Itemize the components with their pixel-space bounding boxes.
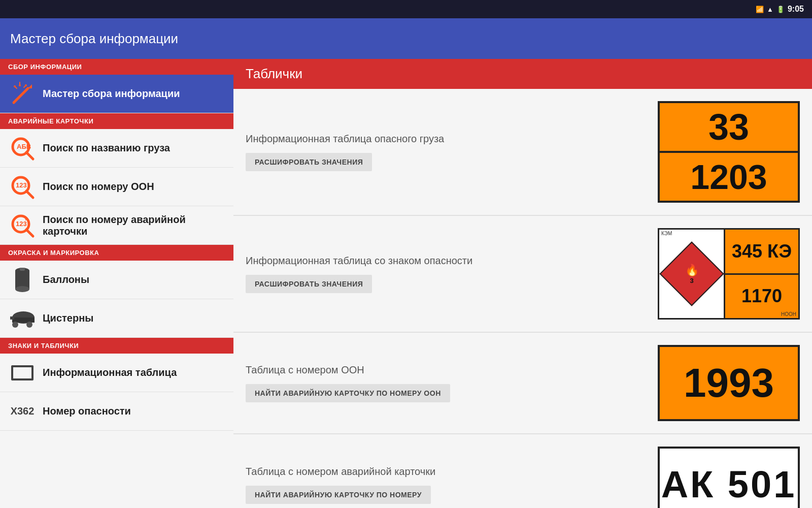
wifi-icon: 📶 (756, 6, 764, 13)
card3-left: Таблица с номером ООН НАЙТИ АВАРИЙНУЮ КА… (246, 364, 648, 402)
card2-button[interactable]: РАСШИФРОВАТЬ ЗНАЧЕНИЯ (246, 275, 372, 293)
svg-rect-26 (10, 316, 14, 320)
card2-left: Информационная таблица со знаком опаснос… (246, 255, 648, 293)
sidebar-item-balloons[interactable]: Баллоны (0, 261, 233, 299)
sidebar-item-info-table[interactable]: Информационная таблица (0, 354, 233, 392)
plate-number-33: 33 (708, 109, 749, 145)
sidebar-item-search-name-label: Поиск по названию груза (43, 142, 170, 154)
flame-icon: 🔥 (685, 264, 698, 277)
plate-un-number: 1993 (684, 363, 774, 403)
cylinder-icon (8, 266, 37, 294)
tanker-icon (8, 304, 37, 333)
sidebar-item-search-un-label: Поиск по номеру ООН (43, 181, 154, 193)
signal-icon: ▲ (767, 6, 773, 13)
card-danger-sign: Информационная таблица со знаком опаснос… (233, 216, 812, 333)
sidebar-item-master-label: Мастер сбора информации (43, 88, 180, 100)
plate-bottom-1203: 1203 (660, 153, 798, 201)
plate-ak501: АК 501 (658, 447, 800, 508)
card4-left: Таблица с номером аварийной карточки НАЙ… (246, 466, 648, 504)
plate-1993: 1993 (658, 345, 800, 421)
section-header-emergency: АВАРИЙНЫЕ КАРТОЧКИ (0, 113, 233, 129)
diamond-shape: 🔥 3 (659, 241, 724, 306)
diamond-class-num: 3 (690, 277, 693, 284)
plate-345ke-number: 345 КЭ (732, 241, 792, 262)
sidebar-item-info-table-label: Информационная таблица (43, 367, 177, 378)
content-area: Таблички Информационная таблица опасного… (233, 59, 812, 508)
card-danger-goods: Информационная таблица опасного груза РА… (233, 89, 812, 216)
svg-text:АБВ: АБВ (17, 143, 31, 150)
sidebar-item-balloons-label: Баллоны (43, 274, 89, 285)
plate-ak-text: АК 501 (661, 466, 797, 503)
svg-point-5 (19, 84, 21, 86)
table-rect-icon (8, 359, 37, 387)
card1-title: Информационная таблица опасного груза (246, 133, 648, 145)
card4-title: Таблица с номером аварийной карточки (246, 466, 648, 478)
svg-point-6 (25, 84, 27, 86)
plate-diamond-left: 🔥 3 (659, 230, 725, 318)
plate-right-top: КЭМ 345 КЭ (725, 230, 798, 275)
svg-point-20 (15, 286, 29, 292)
card4-button[interactable]: НАЙТИ АВАРИЙНУЮ КАРТОЧКУ ПО НОМЕРУ (246, 486, 431, 504)
svg-rect-21 (20, 268, 25, 271)
plate-noon-label: НООН (781, 311, 796, 317)
status-icons: 📶 ▲ 🔋 9:05 (756, 5, 804, 14)
status-time: 9:05 (788, 5, 804, 14)
app-bar: Мастер сбора информации (0, 18, 812, 59)
svg-line-0 (14, 88, 28, 103)
card2-title: Информационная таблица со знаком опаснос… (246, 255, 648, 267)
sidebar-item-cisterns[interactable]: Цистерны (0, 299, 233, 338)
plate-number-1203: 1203 (690, 160, 767, 194)
sidebar-item-search-name[interactable]: АБВ Поиск по названию груза (0, 129, 233, 168)
sidebar: СБОР ИНФОРМАЦИИ Мастер сбора информации … (0, 59, 233, 508)
card-emergency-num: Таблица с номером аварийной карточки НАЙ… (233, 434, 812, 508)
search-abc-icon: АБВ (8, 134, 37, 163)
battery-icon: 🔋 (776, 6, 785, 13)
content-body: Информационная таблица опасного груза РА… (233, 89, 812, 508)
plate-right-bottom: 1170 НООН (725, 275, 798, 319)
section-header-signs: ЗНАКИ И ТАБЛИЧКИ (0, 338, 233, 354)
sidebar-item-search-un[interactable]: 123 Поиск по номеру ООН (0, 168, 233, 206)
svg-text:123: 123 (16, 181, 27, 189)
svg-point-7 (14, 85, 16, 87)
section-header-marking: ОКРАСКА И МАРКИРОВКА (0, 245, 233, 261)
svg-text:!: ! (25, 216, 26, 221)
sidebar-item-search-emergency-label: Поиск по номеру аварийной карточки (43, 214, 225, 237)
content-header-title: Таблички (246, 66, 302, 81)
svg-line-12 (26, 191, 33, 198)
plate-33-1203: 33 1203 (658, 101, 800, 203)
search-123-icon: 123 (8, 173, 37, 201)
magic-wand-icon (8, 80, 37, 108)
diamond-inner: 🔥 3 (685, 264, 698, 284)
svg-point-24 (12, 322, 18, 328)
app-bar-title: Мастер сбора информации (10, 31, 178, 47)
x362-icon: X362 (8, 397, 37, 426)
sidebar-item-danger-num[interactable]: X362 Номер опасности (0, 392, 233, 431)
sidebar-item-danger-num-label: Номер опасности (43, 405, 131, 417)
main-layout: СБОР ИНФОРМАЦИИ Мастер сбора информации … (0, 59, 812, 508)
svg-line-9 (26, 152, 33, 159)
card-un-number: Таблица с номером ООН НАЙТИ АВАРИЙНУЮ КА… (233, 333, 812, 434)
card1-left: Информационная таблица опасного груза РА… (246, 133, 648, 171)
card3-button[interactable]: НАЙТИ АВАРИЙНУЮ КАРТОЧКУ ПО НОМЕРУ ООН (246, 384, 450, 402)
content-header: Таблички (233, 59, 812, 89)
plate-1170-number: 1170 (741, 285, 782, 307)
svg-point-25 (26, 322, 32, 328)
section-header-collection: СБОР ИНФОРМАЦИИ (0, 59, 233, 75)
sidebar-item-master[interactable]: Мастер сбора информации (0, 75, 233, 113)
card3-title: Таблица с номером ООН (246, 364, 648, 376)
search-emergency-icon: 123 ! (8, 211, 37, 240)
plate-kem-label: КЭМ (661, 231, 672, 236)
status-bar: 📶 ▲ 🔋 9:05 (0, 0, 812, 18)
svg-marker-1 (28, 84, 32, 88)
plate-top-33: 33 (660, 103, 798, 153)
plate-right: КЭМ 345 КЭ 1170 НООН (725, 230, 798, 318)
sidebar-item-search-emergency[interactable]: 123 ! Поиск по номеру аварийной карточки (0, 206, 233, 245)
sidebar-item-cisterns-label: Цистерны (43, 312, 93, 324)
card1-button[interactable]: РАСШИФРОВАТЬ ЗНАЧЕНИЯ (246, 153, 372, 171)
svg-line-15 (26, 230, 33, 236)
plate-diamond-composite: 🔥 3 КЭМ 345 КЭ 1170 НООН (658, 228, 800, 320)
